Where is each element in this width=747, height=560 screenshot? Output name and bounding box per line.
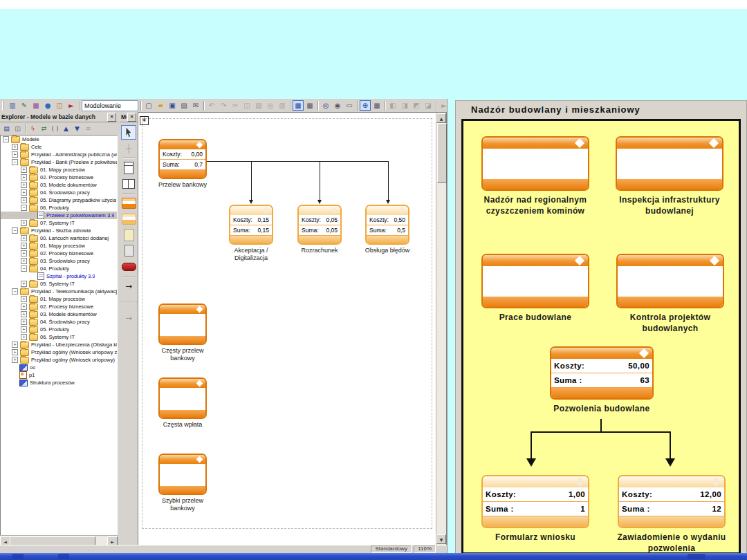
tree-item[interactable]: −Przykład - Bank (Przelew z pokwitowanie… <box>1 158 117 166</box>
tree-item[interactable]: +02. Procesy biznesowe <box>1 250 117 257</box>
expand-icon[interactable]: + <box>21 281 27 287</box>
diagram-canvas[interactable]: + Koszty:0,00Suma:0,7Przelew bankowy Kos… <box>138 112 447 545</box>
new-icon[interactable]: ▢ <box>143 100 154 111</box>
taskbar-item[interactable] <box>688 554 706 559</box>
tree-item[interactable]: Szpital - produkty 3.9 <box>1 272 117 280</box>
note-tool[interactable] <box>121 227 136 242</box>
node-zawiadomienie[interactable]: Koszty:12,00Suma :12Zawiadomienie o wyda… <box>614 475 729 554</box>
node-box[interactable]: Koszty:50,00Suma :63 <box>550 346 654 400</box>
properties-icon[interactable]: ▦ <box>293 100 304 111</box>
grid-icon[interactable]: ▦ <box>371 100 382 111</box>
tree-item[interactable]: p1 <box>1 371 117 379</box>
expand-icon[interactable]: + <box>12 357 18 363</box>
horizontal-box-tool[interactable] <box>121 176 136 191</box>
tree-item[interactable]: +Przykład - Ubezpieczenia (Obsługa klien… <box>1 341 117 348</box>
dashed-connection-tool[interactable]: → <box>121 310 136 325</box>
print-icon[interactable]: ▤ <box>178 100 190 111</box>
tree-item[interactable]: +07. Systemy IT <box>1 219 117 227</box>
collapse-icon[interactable]: − <box>12 288 18 295</box>
expand-icon[interactable]: + <box>21 167 27 173</box>
expand-icon[interactable]: + <box>21 174 27 180</box>
connection-tool[interactable]: → <box>121 279 136 293</box>
canvas-vertical-scrollbar[interactable]: ▲ ▼ <box>436 113 446 545</box>
zoom-area-icon[interactable]: ◉ <box>332 100 343 111</box>
node-inspekcja-infrastruktury[interactable]: Inspekcja infrastruktury budowlanej <box>614 136 725 216</box>
expand-icon[interactable]: + <box>21 334 27 340</box>
tree-item[interactable]: −Przykład - Telekomunikacja (aktywacja t… <box>1 288 117 295</box>
module-web-icon[interactable]: ● <box>42 100 53 111</box>
tree-item[interactable]: −04. Produkty <box>1 265 117 272</box>
tree-item[interactable]: +03. Środowisko pracy <box>1 257 117 265</box>
center-icon[interactable]: ⊕ <box>360 100 371 111</box>
expand-icon[interactable]: + <box>12 342 18 348</box>
send-icon[interactable]: ✉ <box>190 100 201 111</box>
taskbar[interactable] <box>0 553 747 560</box>
node-box[interactable]: Koszty:0,05Suma:0,05 <box>297 205 342 245</box>
tree-item[interactable]: +Przykład ogólny (Wniosek urlopowy z zas… <box>1 348 117 356</box>
tree-item[interactable]: +02. Procesy biznesowe <box>1 303 117 310</box>
tree-item[interactable]: +04. Środowisko pracy <box>1 318 117 326</box>
node-box[interactable]: Koszty:0,50Suma:0,5 <box>365 205 409 245</box>
module-matrix-icon[interactable]: ▦ <box>30 100 42 111</box>
tree-item[interactable]: +Przykład ogólny (Wniosek urlopowy) <box>1 356 117 364</box>
expand-icon[interactable]: + <box>21 304 27 310</box>
tree-item[interactable]: +00. Łańcuch wartości dodanej <box>1 234 117 242</box>
collapse-icon[interactable]: − <box>12 159 18 165</box>
expand-icon[interactable]: + <box>21 311 27 317</box>
collapse-icon[interactable]: − <box>3 136 9 142</box>
expand-icon[interactable]: + <box>12 144 18 150</box>
node-box[interactable]: Koszty:12,00Suma :12 <box>618 475 726 528</box>
tree-view-icon[interactable]: ◫ <box>12 124 23 133</box>
zoom-fit-icon[interactable]: ▭ <box>344 100 355 111</box>
node-box[interactable] <box>616 136 723 191</box>
module-designer-icon[interactable]: ✎ <box>19 100 30 111</box>
tree-item[interactable]: +01. Mapy procesów <box>1 242 117 250</box>
tree-item[interactable]: +05. Diagramy przypadków użycia <box>1 196 117 204</box>
node-box[interactable]: Koszty:0,00Suma:0,7 <box>158 139 207 179</box>
tree-item[interactable]: oo <box>1 364 117 371</box>
select-tool[interactable] <box>121 125 136 140</box>
node-box[interactable] <box>616 254 724 308</box>
node-box[interactable] <box>481 254 589 308</box>
collapse-icon[interactable]: − <box>12 227 18 234</box>
node-box[interactable]: Koszty:0,15Suma:0,15 <box>229 205 273 245</box>
node-pozwolenia-budowlane[interactable]: Koszty:50,00Suma :63Pozwolenia budowlane <box>546 346 658 415</box>
expand-icon[interactable]: + <box>21 319 27 325</box>
tree-item[interactable]: −Przykład - Służba zdrowia <box>1 227 117 234</box>
scroll-up-icon[interactable]: ▲ <box>436 113 446 123</box>
tree-item[interactable]: +Przykład - Administracja publiczna (wni… <box>1 151 117 158</box>
expand-icon[interactable]: + <box>21 235 27 241</box>
collapse-all-icon[interactable]: ▼ <box>72 124 82 133</box>
zoom-icon[interactable]: ◎ <box>320 100 331 111</box>
node-box[interactable]: Koszty:1,00Suma :1 <box>481 475 589 528</box>
node-box[interactable] <box>158 454 207 495</box>
tree-item[interactable]: +01. Mapy procesów <box>1 166 117 174</box>
node-czesta-wplata[interactable]: Częsta wpłata <box>154 377 212 429</box>
module-explorer-icon[interactable]: ▥ <box>7 100 18 111</box>
collapse-icon[interactable]: − <box>21 265 27 272</box>
expand-icon[interactable]: + <box>21 197 27 203</box>
tree-item[interactable]: Przelew z pokwitowaniem 3.9 <box>1 212 117 219</box>
tree-item[interactable]: +06. Systemy IT <box>1 333 117 341</box>
node-przelew-bankowy[interactable]: Koszty:0,00Suma:0,7Przelew bankowy <box>156 139 209 189</box>
scroll-down-icon[interactable]: ▼ <box>436 534 446 544</box>
tree-item[interactable]: +05. Produkty <box>1 326 117 333</box>
expand-icon[interactable]: + <box>21 258 27 264</box>
node-box[interactable] <box>158 377 207 419</box>
expand-icon[interactable]: + <box>21 296 27 302</box>
dotted-connection-tool[interactable]: ······· <box>121 295 136 309</box>
tree-item[interactable]: +03. Modele dokumentów <box>1 310 117 318</box>
tree-item[interactable]: +02. Procesy biznesowe <box>1 174 117 181</box>
close-icon[interactable]: × <box>107 113 116 122</box>
capacity-tool[interactable] <box>121 259 136 274</box>
expand-icon[interactable]: + <box>21 243 27 249</box>
table-icon[interactable]: ▦ <box>304 100 315 111</box>
expand-icon[interactable]: + <box>21 189 27 196</box>
taskbar-item[interactable] <box>12 554 24 559</box>
module-simulation-icon[interactable]: ◫ <box>54 100 65 111</box>
wizard-icon[interactable]: ϟ <box>28 124 38 133</box>
taskbar-item[interactable] <box>58 554 69 559</box>
expand-icon[interactable]: + <box>12 349 18 355</box>
tree-item[interactable]: +Cele <box>1 143 117 151</box>
node-box[interactable] <box>481 136 589 191</box>
